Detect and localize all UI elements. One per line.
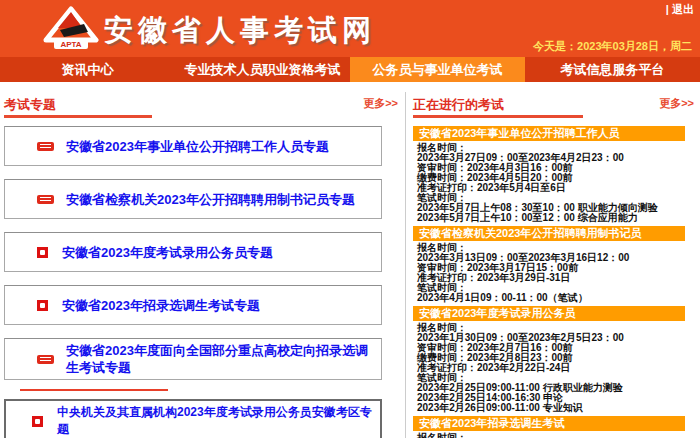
red-square-icon [32,416,43,427]
title-underline [4,115,152,118]
exam-topics-title: 考试专题 [4,97,56,112]
exam-banner[interactable]: 安徽省2023年招录选调生考试 [413,416,685,431]
title-underline [413,115,583,118]
exam-topic-link[interactable]: 安徽省2023年度考试录用公务员专题 [62,244,273,261]
schedule-line: 报名时间： [417,433,669,438]
exam-topics-header: 考试专题 更多>> [4,95,400,113]
red-square-icon [37,247,48,258]
column-divider [405,92,406,438]
exam-banner[interactable]: 安徽省2023年度考试录用公务员 [413,306,685,321]
exam-schedule: 报名时间： 2023年1月30日09：00至2023年2月5日23：00 资审时… [413,323,669,413]
nav-tab-exam-info-platform[interactable]: 考试信息服务平台 [525,57,700,82]
hot-badge-icon [37,355,54,364]
svg-text:APTA: APTA [60,40,81,49]
nav-tab-professional-qualification[interactable]: 专业技术人员职业资格考试 [175,57,350,82]
exam-schedule: 报名时间： 2023年3月27日09：00至2023年4月2日23：00 资审时… [413,143,669,223]
logout-link[interactable]: | 退出 [666,2,694,17]
exam-topic-link[interactable]: 安徽省检察机关2023年公开招聘聘用制书记员专题 [66,191,355,208]
main-content: 考试专题 更多>> 安徽省2023年事业单位公开招聘工作人员专题 安徽省检察机关… [0,82,700,438]
exam-schedule: 报名时间： 2023年3月13日09：00至2023年3月16日12：00 资审… [413,243,669,303]
current-date: 今天是：2023年03月28日，周二 [533,39,692,54]
schedule-line: 2023年2月26日09:00-11:00 专业知识 [417,403,669,413]
red-square-icon [37,300,48,311]
exam-schedule: 报名时间： [413,433,669,438]
exam-topic-list: 安徽省2023年事业单位公开招聘工作人员专题 安徽省检察机关2023年公开招聘聘… [4,126,386,438]
site-title: 安徽省人事考试网 [104,11,376,51]
main-nav: 资讯中心 专业技术人员职业资格考试 公务员与事业单位考试 考试信息服务平台 [0,57,700,82]
hot-badge-icon [37,142,54,151]
schedule-line: 2023年5月7日上午10：00至12：00 综合应用能力 [417,213,669,223]
nav-tab-civil-servant[interactable]: 公务员与事业单位考试 [350,57,525,82]
exam-topic-link[interactable]: 安徽省2023年招录选调生考试专题 [62,297,260,314]
hot-badge-icon [37,195,54,204]
exam-topic-item[interactable]: 安徽省2023年招录选调生考试专题 [4,285,382,325]
exam-topic-link[interactable]: 中央机关及其直属机构2023年度考试录用公务员安徽考区专题 [57,404,372,438]
exam-topic-item[interactable]: 安徽省检察机关2023年公开招聘聘用制书记员专题 [4,179,382,219]
exam-topic-item-highlighted[interactable]: 中央机关及其直属机构2023年度考试录用公务员安徽考区专题 [4,399,382,438]
nav-tab-news[interactable]: 资讯中心 [0,57,175,82]
site-header: | 退出 APTA 安徽省人事考试网 今天是：2023年03月28日，周二 [0,0,700,57]
exam-topic-link[interactable]: 安徽省2023年事业单位公开招聘工作人员专题 [66,138,329,155]
ongoing-exams-title: 正在进行的考试 [413,97,504,112]
exam-topics-panel: 考试专题 更多>> 安徽省2023年事业单位公开招聘工作人员专题 安徽省检察机关… [4,95,400,438]
exam-topic-item[interactable]: 安徽省2023年度考试录用公务员专题 [4,232,382,272]
site-logo-icon: APTA [40,6,102,51]
schedule-line: 2023年4月1日09：00-11：00（笔试） [417,293,669,303]
exam-banner[interactable]: 安徽省检察机关2023年公开招聘聘用制书记员 [413,226,685,241]
exam-topics-more-link[interactable]: 更多>> [363,96,398,111]
exam-topic-link[interactable]: 安徽省2023年度面向全国部分重点高校定向招录选调生考试专题 [66,342,373,376]
exam-topic-item[interactable]: 安徽省2023年度面向全国部分重点高校定向招录选调生考试专题 [4,338,382,380]
ongoing-exams-more-link[interactable]: 更多>> [659,96,694,111]
divider-red-line [20,389,168,391]
exam-banner[interactable]: 安徽省2023年事业单位公开招聘工作人员 [413,126,685,141]
exam-topic-item[interactable]: 安徽省2023年事业单位公开招聘工作人员专题 [4,126,382,166]
ongoing-exams-panel: 正在进行的考试 更多>> 安徽省2023年事业单位公开招聘工作人员 报名时间： … [413,95,696,438]
ongoing-exams-header: 正在进行的考试 更多>> [413,95,696,113]
